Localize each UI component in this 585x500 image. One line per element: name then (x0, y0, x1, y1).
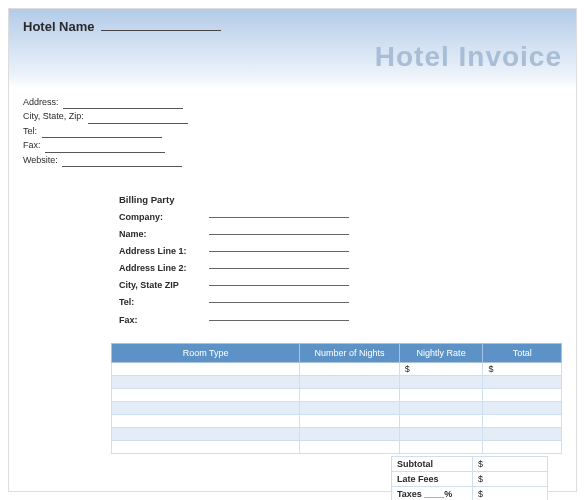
billing-company-label: Company: (119, 209, 209, 226)
city-state-zip-label: City, State, Zip: (23, 109, 84, 123)
late-fees-label: Late Fees (392, 472, 472, 486)
billing-addr2-field[interactable] (209, 260, 349, 269)
table-row[interactable] (112, 401, 562, 414)
billing-name-field[interactable] (209, 226, 349, 235)
city-state-zip-field[interactable] (88, 116, 188, 124)
tel-field[interactable] (42, 130, 162, 138)
col-nights: Number of Nights (300, 343, 399, 362)
col-room-type: Room Type (112, 343, 300, 362)
address-label: Address: (23, 95, 59, 109)
website-field[interactable] (62, 159, 182, 167)
billing-name-label: Name: (119, 226, 209, 243)
billing-tel-label: Tel: (119, 294, 209, 311)
table-row[interactable] (112, 414, 562, 427)
billing-addr1-field[interactable] (209, 243, 349, 252)
billing-city-field[interactable] (209, 277, 349, 286)
table-row[interactable] (112, 427, 562, 440)
tel-label: Tel: (23, 124, 37, 138)
billing-tel-field[interactable] (209, 294, 349, 303)
header: Hotel Name Hotel Invoice (9, 9, 576, 89)
billing-block: Billing Party Company: Name: Address Lin… (119, 191, 576, 329)
invoice-title: Hotel Invoice (375, 41, 562, 73)
hotel-name-field[interactable] (101, 21, 221, 31)
col-total: Total (483, 343, 562, 362)
fax-label: Fax: (23, 138, 41, 152)
taxes-label: Taxes ____% (392, 487, 472, 500)
subtotal-value: $ (472, 457, 547, 471)
line-items-table: Room Type Number of Nights Nightly Rate … (111, 343, 562, 454)
table-row[interactable]: $ $ (112, 362, 562, 375)
address-field[interactable] (63, 101, 183, 109)
table-row[interactable] (112, 440, 562, 453)
billing-addr1-label: Address Line 1: (119, 243, 209, 260)
col-rate: Nightly Rate (399, 343, 483, 362)
billing-fax-field[interactable] (209, 312, 349, 321)
total-cell[interactable]: $ (483, 362, 562, 375)
totals-block: Subtotal $ Late Fees $ Taxes ____% $ Tot… (391, 456, 548, 500)
taxes-value: $ (472, 487, 547, 500)
line-items-table-wrap: Room Type Number of Nights Nightly Rate … (111, 343, 562, 454)
fax-field[interactable] (45, 145, 165, 153)
table-row[interactable] (112, 375, 562, 388)
billing-addr2-label: Address Line 2: (119, 260, 209, 277)
billing-title: Billing Party (119, 191, 576, 209)
invoice-page: Hotel Name Hotel Invoice Address: City, … (8, 8, 577, 492)
hotel-name-label: Hotel Name (23, 19, 95, 34)
billing-fax-label: Fax: (119, 312, 209, 329)
rate-cell[interactable]: $ (399, 362, 483, 375)
billing-city-label: City, State ZIP (119, 277, 209, 294)
website-label: Website: (23, 153, 58, 167)
hotel-contact-block: Address: City, State, Zip: Tel: Fax: Web… (9, 89, 576, 173)
subtotal-label: Subtotal (392, 457, 472, 471)
late-fees-value: $ (472, 472, 547, 486)
billing-company-field[interactable] (209, 209, 349, 218)
table-row[interactable] (112, 388, 562, 401)
